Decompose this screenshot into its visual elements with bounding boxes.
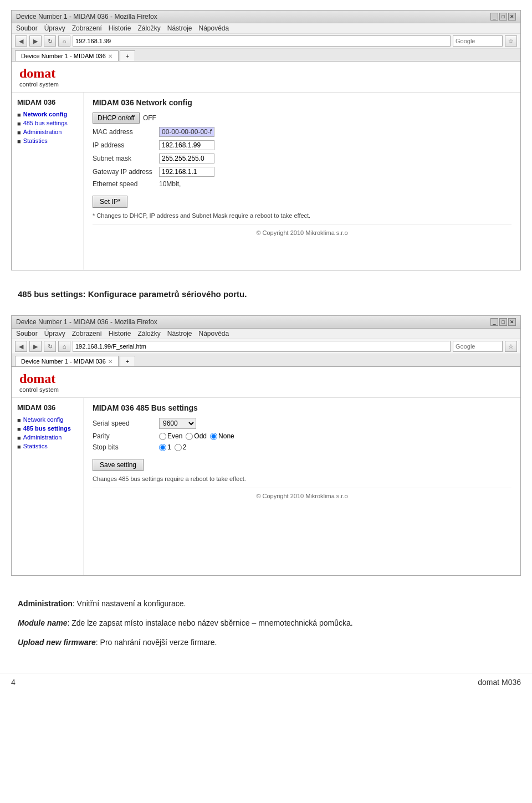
top-section-title: MIDAM 036 Network config [93,98,511,107]
stop-bits-2-option: 2 [175,443,187,451]
bot-sidebar-item-1[interactable]: ■ 485 bus settings [17,425,78,432]
top-browser-content: domat control system MIDAM 036 ■ Network… [12,62,520,270]
page-brand: domat M036 [478,678,521,687]
top-sidebar-link-0[interactable]: Network config [23,111,67,117]
bot-new-tab-btn[interactable]: + [120,356,135,366]
bottom-sidebar-title: MIDAM 036 [17,403,78,412]
bottom-maximize-btn[interactable]: □ [499,318,507,326]
parity-none-radio[interactable] [210,433,217,440]
parity-even-option: Even [159,432,182,440]
top-toolbar: ◀ ▶ ↻ ⌂ ☆ [12,34,520,49]
bot-menu-zalozky[interactable]: Záložky [137,330,160,337]
menu-zalozky[interactable]: Záložky [137,24,160,32]
bullet-icon-0: ■ [17,111,21,118]
bot-sidebar-link-0[interactable]: Network config [23,416,64,423]
bot-bullet-icon-2: ■ [17,434,21,441]
top-sidebar-item-1[interactable]: ■ 485 bus settings [17,120,78,127]
stop-bits-1-label: 1 [167,443,171,451]
page-number: 4 [11,678,16,687]
bot-tab-close[interactable]: ✕ [108,359,112,365]
eth-speed-value: 10Mbit, [159,180,181,188]
top-sidebar: MIDAM 036 ■ Network config ■ 485 bus set… [12,93,84,270]
admin-heading: Administration [18,599,73,608]
top-sidebar-link-1[interactable]: 485 bus settings [23,120,68,126]
gateway-input[interactable] [159,167,214,177]
minimize-btn[interactable]: _ [490,13,498,21]
parity-odd-radio[interactable] [186,433,193,440]
bottom-browser-titlebar: Device Number 1 - MIDAM 036 - Mozilla Fi… [12,316,520,329]
menu-soubor[interactable]: Soubor [16,24,38,32]
bot-menu-historie[interactable]: Historie [109,330,131,337]
close-btn[interactable]: ✕ [508,13,516,21]
mac-input[interactable] [159,127,214,137]
top-sidebar-item-0[interactable]: ■ Network config [17,111,78,118]
bot-bullet-icon-3: ■ [17,443,21,450]
separator-text: : Konfigurace parametrů sériového portu. [83,289,247,299]
home-btn[interactable]: ⌂ [58,35,70,47]
top-sidebar-title: MIDAM 036 [17,98,78,106]
menu-historie[interactable]: Historie [109,24,131,32]
bot-home-btn[interactable]: ⌂ [58,341,70,352]
bullet-icon-3: ■ [17,138,21,145]
back-btn[interactable]: ◀ [15,35,27,47]
top-sidebar-link-2[interactable]: Administration [23,129,62,135]
menu-napoveda[interactable]: Nápověda [198,24,229,32]
new-tab-btn[interactable]: + [120,50,135,61]
bot-sidebar-link-2[interactable]: Administration [23,434,62,441]
bottom-browser-winbtns: _ □ ✕ [490,318,516,326]
bot-sidebar-item-2[interactable]: ■ Administration [17,434,78,441]
serial-speed-row: Serial speed 9600 19200 38400 57600 1152… [93,418,511,429]
refresh-btn[interactable]: ↻ [44,35,56,47]
bot-sidebar-link-3[interactable]: Statistics [23,443,48,449]
bot-menu-nastroje[interactable]: Nástroje [167,330,192,337]
bottom-close-btn[interactable]: ✕ [508,318,516,326]
address-bar[interactable] [73,35,451,47]
save-setting-button[interactable]: Save setting [93,459,144,471]
bot-back-btn[interactable]: ◀ [15,341,27,352]
bot-browser-tab[interactable]: Device Number 1 - MIDAM 036 ✕ [15,356,119,366]
menu-nastroje[interactable]: Nástroje [167,24,192,32]
bot-forward-btn[interactable]: ▶ [29,341,42,352]
top-sidebar-item-2[interactable]: ■ Administration [17,129,78,136]
top-sidebar-link-3[interactable]: Statistics [23,137,48,144]
bottom-minimize-btn[interactable]: _ [490,318,498,326]
serial-speed-select[interactable]: 9600 19200 38400 57600 115200 [159,418,196,429]
bot-address-bar[interactable] [73,341,451,352]
domat-logo-sub: control system [19,81,513,88]
top-sidebar-item-3[interactable]: ■ Statistics [17,137,78,145]
menu-upravy[interactable]: Úpravy [44,24,65,32]
maximize-btn[interactable]: □ [499,13,507,21]
ip-input[interactable] [159,140,214,150]
top-main-content: MIDAM 036 Network config DHCP on/off OFF… [84,93,520,270]
tab-close[interactable]: ✕ [108,53,112,59]
bot-refresh-btn[interactable]: ↻ [44,341,56,352]
bot-sidebar-item-0[interactable]: ■ Network config [17,416,78,423]
bot-toolbar-extra-btn[interactable]: ☆ [505,341,517,352]
bot-search-bar[interactable] [453,341,503,352]
forward-btn[interactable]: ▶ [29,35,42,47]
mac-row: MAC address [93,127,511,137]
upload-paragraph: Upload new firmware: Pro nahrání novější… [18,637,514,648]
subnet-input[interactable] [159,154,214,163]
top-menubar: Soubor Úpravy Zobrazení Historie Záložky… [12,23,520,34]
bot-menu-zobrazeni[interactable]: Zobrazení [72,330,102,337]
gateway-label: Gateway IP address [93,168,159,176]
dhcp-button[interactable]: DHCP on/off [93,112,140,124]
search-bar[interactable] [453,35,503,47]
parity-even-radio[interactable] [159,433,166,440]
toolbar-extra-btn[interactable]: ☆ [505,35,517,47]
parity-radio-group: Even Odd None [159,432,234,440]
separator-bold: 485 bus settings [18,289,83,299]
menu-zobrazeni[interactable]: Zobrazení [72,24,102,32]
stop-bits-1-radio[interactable] [159,444,166,451]
bot-menu-napoveda[interactable]: Nápověda [198,330,229,337]
bot-sidebar-item-3[interactable]: ■ Statistics [17,443,78,450]
browser-tab[interactable]: Device Number 1 - MIDAM 036 ✕ [15,50,119,61]
bot-sidebar-link-1[interactable]: 485 bus settings [23,425,71,432]
set-ip-button[interactable]: Set IP* [93,196,127,208]
bot-menu-soubor[interactable]: Soubor [16,330,38,337]
parity-none-label: None [218,432,234,440]
stop-bits-2-radio[interactable] [175,444,182,451]
bottom-browser-content: domat control system MIDAM 036 ■ Network… [12,367,520,575]
bot-menu-upravy[interactable]: Úpravy [44,330,65,337]
